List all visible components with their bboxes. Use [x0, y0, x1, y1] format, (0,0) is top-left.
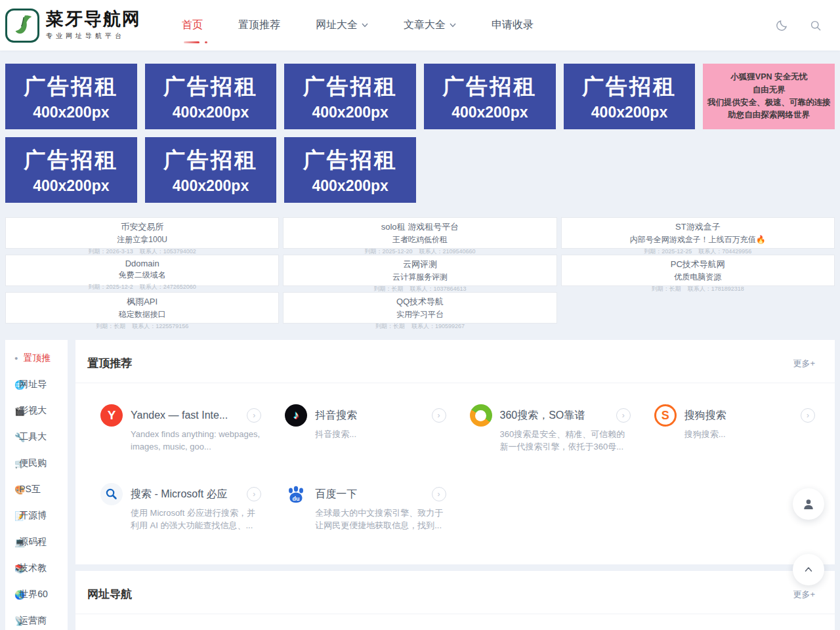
user-fab-button[interactable]	[793, 488, 824, 520]
site-card-360[interactable]: 360搜索，SO靠谱 › 360搜索是安全、精准、可信赖的新一代搜索引擎，依托于…	[455, 404, 640, 470]
ad-banner[interactable]: 广告招租 400x200px	[5, 64, 137, 129]
nav-home[interactable]: 首页	[182, 18, 203, 32]
sidebar-item-tutorials[interactable]: 📚 技术教	[5, 555, 68, 581]
chevron-right-icon: ›	[432, 487, 446, 501]
pinned-section: 置顶推荐 更多+ Y Yandex — fast Inte... › Yande…	[75, 340, 835, 564]
main-nav: 首页 置顶推荐 网址大全 文章大全 申请收录	[182, 18, 534, 32]
text-ad[interactable]: solo租 游戏租号平台 王者吃鸡低价租 到期：2025-12-20联系人：21…	[283, 217, 556, 249]
chevron-right-icon: ›	[247, 487, 261, 501]
site-card-yandex[interactable]: Y Yandex — fast Inte... › Yandex finds a…	[86, 404, 270, 470]
site-card-sogou[interactable]: S 搜狗搜索 › 搜狗搜索...	[640, 404, 824, 470]
sidebar-item-carrier[interactable]: 📡 运营商	[5, 608, 68, 630]
text-ad-grid: 币安交易所 注册立拿100U 到期：2026-3-13联系人：105379400…	[5, 217, 835, 324]
ad-banner[interactable]: 广告招租 400x200px	[564, 64, 696, 129]
ad-banner[interactable]: 广告招租 400x200px	[284, 137, 416, 203]
dark-mode-moon-icon[interactable]	[774, 18, 789, 33]
text-ad[interactable]: Ddomain 免费二级域名 到期：2025-12-2联系人：247265206…	[5, 255, 279, 286]
nav-submit[interactable]: 申请收录	[492, 18, 534, 32]
ad-banner[interactable]: 广告招租 400x200px	[145, 137, 277, 203]
text-ad[interactable]: 云网评测 云计算服务评测 到期：长期联系人：1037864613	[283, 255, 556, 286]
sogou-icon: S	[654, 404, 677, 427]
site-card-baidu[interactable]: du 百度一下 › 全球最大的中文搜索引擎、致力于让网民更便捷地获取信息，找到.…	[270, 483, 455, 549]
header: 菜牙导航网 专业网址导航平台 首页 置顶推荐 网址大全 文章大全 申请收录	[0, 0, 840, 51]
site-subtitle: 专业网址导航平台	[46, 32, 141, 41]
section-title: 网址导航	[87, 587, 132, 602]
bing-magnifier-icon	[100, 483, 123, 505]
sidebar-item-sourcecode[interactable]: 💻 源码程	[5, 529, 68, 555]
more-link[interactable]: 更多+	[793, 358, 815, 369]
ad-banner[interactable]: 广告招租 400x200px	[424, 64, 556, 129]
site-logo[interactable]: 菜牙导航网 专业网址导航平台	[5, 9, 141, 43]
nav-articles[interactable]: 文章大全	[404, 18, 456, 32]
section-title: 置顶推荐	[87, 356, 132, 371]
more-link[interactable]: 更多+	[793, 589, 815, 600]
ad-banner[interactable]: 广告招租 400x200px	[284, 64, 416, 129]
sidebar-item-sites[interactable]: 🌐 网址导	[5, 371, 68, 398]
sidebar-item-opensource[interactable]: 📝 开源博	[5, 503, 68, 529]
ad-banner[interactable]: 广告招租 400x200px	[5, 137, 137, 203]
site-card-douyin[interactable]: ♪ 抖音搜索 › 抖音搜索...	[270, 404, 455, 470]
chevron-right-icon: ›	[801, 408, 815, 423]
ad-banner-grid: 广告招租 400x200px 广告招租 400x200px 广告招租 400x2…	[5, 64, 835, 203]
ad-banner[interactable]: 广告招租 400x200px	[145, 64, 277, 129]
text-ad[interactable]: 枫雨API 稳定数据接口 到期：长期联系人：1225579156	[5, 292, 279, 324]
chevron-down-icon	[450, 23, 456, 28]
vpn-ad-banner[interactable]: 小狐狸VPN 安全无忧 自由无界 我们提供安全、极速、可靠的连接 助您自由探索网…	[703, 64, 835, 129]
text-ad[interactable]: 币安交易所 注册立拿100U 到期：2026-3-13联系人：105379400…	[5, 217, 279, 249]
bullet-icon: ●	[14, 355, 18, 362]
sidebar-item-tools[interactable]: 🔧 工具大	[5, 424, 68, 450]
sidebar-item-pinned[interactable]: ● 置顶推	[5, 345, 68, 371]
search-icon[interactable]	[808, 18, 823, 33]
logo-sprout-icon	[5, 9, 39, 43]
sidebar-item-world60[interactable]: 🌏 世界60	[5, 581, 68, 608]
chevron-down-icon	[362, 23, 368, 28]
scroll-top-button[interactable]	[793, 554, 824, 585]
svg-text:du: du	[293, 495, 300, 502]
active-underline	[184, 41, 200, 43]
360-search-icon	[470, 404, 492, 427]
sidebar-item-shopping[interactable]: 🛒 便民购	[5, 450, 68, 476]
douyin-icon: ♪	[285, 404, 307, 427]
yandex-icon: Y	[100, 404, 123, 427]
text-ad[interactable]: QQ技术导航 实用学习平台 到期：长期联系人：190599267	[283, 292, 556, 324]
category-sidebar: ● 置顶推 🌐 网址导 🎬 影视大 🔧 工具大 🛒 便民购 🎨 PS互 📝 开源…	[5, 340, 68, 630]
user-icon	[802, 497, 815, 511]
site-card-bing[interactable]: 搜索 - Microsoft 必应 › 使用 Microsoft 必应进行搜索，…	[86, 483, 270, 549]
sites-section: 网址导航 更多+	[75, 571, 835, 630]
text-ad[interactable]: PC技术导航网 优质电脑资源 到期：长期联系人：1781892318	[561, 255, 835, 286]
chevron-right-icon: ›	[616, 408, 631, 423]
text-ad[interactable]: ST游戏盒子 内部号全网游戏盒子！上线百万充值🔥 到期：2025-12-25联系…	[561, 217, 835, 249]
chevron-right-icon: ›	[432, 408, 446, 423]
chevron-up-icon	[803, 564, 814, 576]
site-title: 菜牙导航网	[46, 10, 141, 30]
nav-sites[interactable]: 网址大全	[316, 18, 368, 32]
sidebar-item-movies[interactable]: 🎬 影视大	[5, 398, 68, 424]
baidu-paw-icon: du	[285, 483, 307, 505]
sidebar-item-ps[interactable]: 🎨 PS互	[5, 476, 68, 503]
nav-pinned[interactable]: 置顶推荐	[238, 18, 280, 32]
chevron-right-icon: ›	[247, 408, 261, 423]
